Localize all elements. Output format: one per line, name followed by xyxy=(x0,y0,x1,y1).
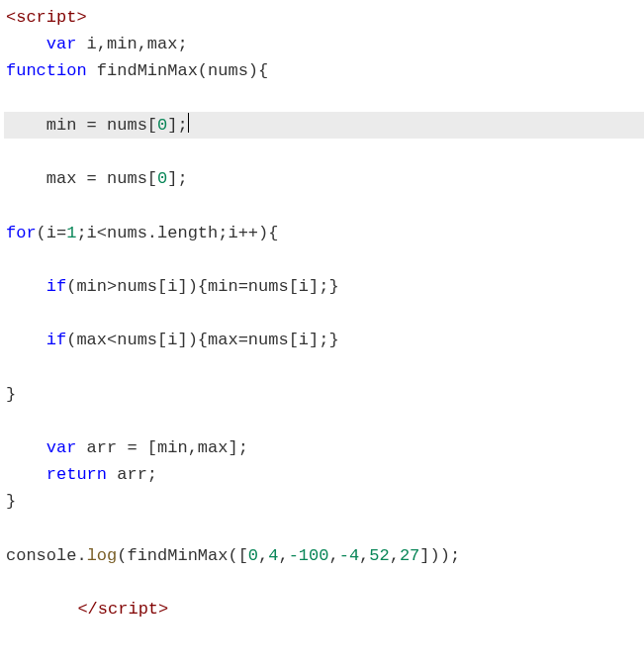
code-token: for xyxy=(6,224,37,242)
code-token: > xyxy=(158,600,168,619)
code-line[interactable]: <script> xyxy=(4,4,644,31)
code-line[interactable]: } xyxy=(4,488,644,515)
code-token: 52 xyxy=(369,546,389,565)
code-token: arr = [min,max]; xyxy=(76,438,247,457)
code-line[interactable]: </script> xyxy=(4,596,644,622)
code-token: , xyxy=(359,546,369,565)
code-token: max = nums[ xyxy=(46,169,157,188)
code-token: 0 xyxy=(157,116,167,135)
code-token: findMinMax(nums){ xyxy=(87,61,269,80)
code-line[interactable]: } xyxy=(4,381,644,408)
code-line[interactable] xyxy=(4,408,644,434)
code-line[interactable]: var arr = [min,max]; xyxy=(4,434,644,461)
code-line[interactable]: if(min>nums[i]){min=nums[i];} xyxy=(4,273,644,300)
code-token: var xyxy=(46,438,77,457)
code-token: 27 xyxy=(400,546,419,565)
code-line[interactable] xyxy=(4,139,644,165)
code-token: i,min,max; xyxy=(76,35,187,53)
code-line[interactable]: var i,min,max; xyxy=(4,31,644,57)
code-line[interactable]: for(i=1;i<nums.length;i++){ xyxy=(4,220,644,246)
code-token: (max<nums[i]){max=nums[i];} xyxy=(66,331,338,349)
code-token: if xyxy=(46,331,66,349)
code-token: function xyxy=(6,61,87,80)
code-token: , xyxy=(328,546,338,565)
code-line[interactable] xyxy=(4,192,644,219)
code-token: log xyxy=(87,546,118,565)
code-line[interactable]: min = nums[0]; xyxy=(4,112,644,139)
code-line[interactable] xyxy=(4,85,644,112)
code-token: var xyxy=(46,35,77,53)
code-token: if xyxy=(46,277,66,296)
code-token: min = nums[ xyxy=(46,116,157,135)
code-token: ]; xyxy=(167,169,187,188)
code-line[interactable]: if(max<nums[i]){max=nums[i];} xyxy=(4,327,644,353)
code-token: 1 xyxy=(66,224,76,242)
code-line[interactable]: max = nums[0]; xyxy=(4,165,644,192)
text-cursor xyxy=(188,113,189,133)
code-line[interactable] xyxy=(4,353,644,380)
code-line[interactable] xyxy=(4,246,644,273)
code-token: } xyxy=(6,385,16,404)
code-token: (findMinMax([ xyxy=(117,546,248,565)
code-line[interactable] xyxy=(4,300,644,327)
code-line[interactable]: console.log(findMinMax([0,4,-100,-4,52,2… xyxy=(4,542,644,569)
code-token: } xyxy=(6,492,16,511)
code-token: ])); xyxy=(419,546,460,565)
code-token: , xyxy=(390,546,400,565)
code-token: ;i<nums.length;i++){ xyxy=(76,224,278,242)
code-editor[interactable]: <script> var i,min,max;function findMinM… xyxy=(0,0,644,622)
code-token: return xyxy=(46,465,107,484)
code-line[interactable] xyxy=(4,516,644,542)
code-token: script xyxy=(16,8,76,27)
code-token: -4 xyxy=(339,546,359,565)
code-token: -100 xyxy=(289,546,329,565)
code-token: </ xyxy=(77,600,97,619)
code-token: (min>nums[i]){min=nums[i];} xyxy=(66,277,338,296)
code-token: 0 xyxy=(248,546,258,565)
code-line[interactable] xyxy=(4,569,644,596)
code-token: console. xyxy=(6,546,87,565)
code-token: arr; xyxy=(107,465,157,484)
code-token: , xyxy=(278,546,288,565)
code-token: script xyxy=(98,600,158,619)
code-token: ]; xyxy=(167,116,187,135)
code-token: , xyxy=(258,546,268,565)
code-token: > xyxy=(76,8,86,27)
code-line[interactable]: function findMinMax(nums){ xyxy=(4,57,644,84)
code-line[interactable]: return arr; xyxy=(4,461,644,488)
code-token: 0 xyxy=(157,169,167,188)
code-token: (i= xyxy=(37,224,67,242)
code-token: 4 xyxy=(268,546,278,565)
code-token: < xyxy=(6,8,16,27)
